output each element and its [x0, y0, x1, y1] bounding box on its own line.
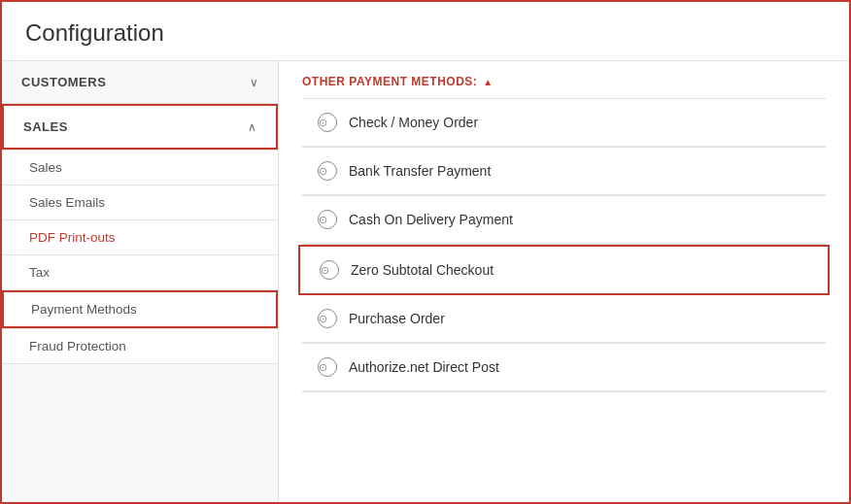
payment-item-check-money[interactable]: ⊙Check / Money Order [302, 99, 826, 147]
payment-item-label: Purchase Order [349, 311, 445, 326]
circle-check-icon: ⊙ [318, 161, 337, 181]
sidebar-section-sales[interactable]: SALES ∧ [2, 104, 278, 150]
customers-chevron: ∨ [250, 76, 258, 89]
customers-label: CUSTOMERS [21, 75, 106, 89]
payment-item-label: Authorize.net Direct Post [349, 359, 499, 375]
other-payment-label: OTHER PAYMENT METHODS: [302, 75, 477, 88]
payment-item-label: Bank Transfer Payment [349, 163, 491, 179]
sidebar-section-customers[interactable]: CUSTOMERS ∨ [2, 61, 278, 103]
check-inner: ⊙ [319, 118, 327, 128]
other-payment-header: OTHER PAYMENT METHODS: ▲ [302, 61, 826, 99]
arrow-up-icon[interactable]: ▲ [483, 77, 493, 87]
payment-item-label: Zero Subtotal Checkout [351, 262, 494, 278]
sidebar: CUSTOMERS ∨ SALES ∧ Sales Sales Emails P… [2, 61, 279, 504]
circle-check-icon: ⊙ [318, 357, 337, 377]
circle-check-icon: ⊙ [318, 210, 337, 229]
sidebar-item-sales[interactable]: Sales [2, 151, 278, 185]
main-content: OTHER PAYMENT METHODS: ▲ ⊙Check / Money … [279, 61, 849, 504]
payment-divider [302, 391, 826, 392]
sidebar-item-fraud-protection[interactable]: Fraud Protection [2, 329, 278, 363]
payment-items-list: ⊙Check / Money Order⊙Bank Transfer Payme… [302, 99, 826, 392]
circle-check-icon: ⊙ [320, 260, 339, 280]
sales-label: SALES [23, 119, 68, 134]
check-inner: ⊙ [321, 265, 329, 276]
content-inner: OTHER PAYMENT METHODS: ▲ ⊙Check / Money … [279, 61, 849, 392]
payment-item-bank-transfer[interactable]: ⊙Bank Transfer Payment [302, 148, 826, 195]
check-inner: ⊙ [319, 362, 327, 373]
payment-item-cash-delivery[interactable]: ⊙Cash On Delivery Payment [302, 196, 826, 244]
divider-8 [2, 363, 278, 364]
sidebar-item-payment-methods[interactable]: Payment Methods [2, 290, 278, 328]
payment-item-purchase-order[interactable]: ⊙Purchase Order [302, 295, 826, 343]
payment-item-zero-subtotal[interactable]: ⊙Zero Subtotal Checkout [298, 245, 830, 295]
payment-item-label: Check / Money Order [349, 115, 478, 130]
page-header: Configuration [2, 2, 849, 61]
page-title: Configuration [25, 19, 826, 47]
check-inner: ⊙ [319, 215, 327, 225]
sidebar-item-tax[interactable]: Tax [2, 255, 278, 289]
check-inner: ⊙ [319, 166, 327, 177]
check-inner: ⊙ [319, 314, 327, 324]
payment-item-authorize-net[interactable]: ⊙Authorize.net Direct Post [302, 344, 826, 391]
circle-check-icon: ⊙ [318, 113, 337, 132]
payment-item-label: Cash On Delivery Payment [349, 212, 513, 227]
sidebar-item-sales-emails[interactable]: Sales Emails [2, 185, 278, 219]
circle-check-icon: ⊙ [318, 309, 337, 328]
sales-chevron: ∧ [248, 120, 256, 134]
sidebar-item-pdf-printouts[interactable]: PDF Print-outs [2, 220, 278, 254]
main-layout: CUSTOMERS ∨ SALES ∧ Sales Sales Emails P… [2, 61, 849, 504]
